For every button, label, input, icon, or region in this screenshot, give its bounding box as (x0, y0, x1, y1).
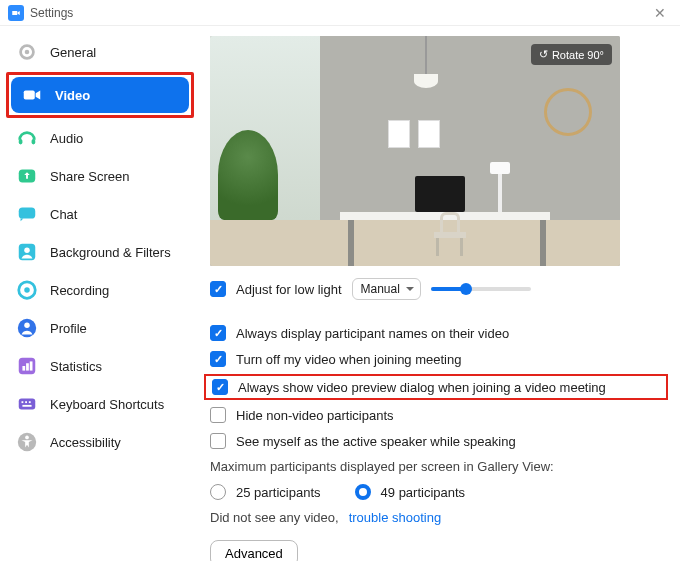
svg-rect-2 (24, 90, 35, 99)
sidebar-item-recording[interactable]: Recording (6, 272, 194, 308)
svg-point-23 (25, 436, 29, 440)
sidebar-item-video[interactable]: Video (11, 77, 189, 113)
hide-nonvideo-label: Hide non-video participants (236, 408, 394, 423)
titlebar: Settings ✕ (0, 0, 680, 26)
video-preview: ↺ Rotate 90° (210, 36, 620, 266)
sidebar-item-share-screen[interactable]: Share Screen (6, 158, 194, 194)
sidebar-item-label: Accessibility (50, 435, 121, 450)
sidebar-item-label: Statistics (50, 359, 102, 374)
svg-point-8 (24, 247, 30, 253)
background-icon (16, 241, 38, 263)
headphones-icon (16, 127, 38, 149)
keyboard-icon (16, 393, 38, 415)
svg-point-12 (24, 323, 30, 329)
svg-rect-19 (25, 401, 27, 403)
svg-rect-18 (22, 401, 24, 403)
sidebar-item-profile[interactable]: Profile (6, 310, 194, 346)
svg-rect-14 (22, 366, 25, 371)
sidebar-item-label: Recording (50, 283, 109, 298)
preview-dialog-label: Always show video preview dialog when jo… (238, 380, 606, 395)
adjust-low-light-label: Adjust for low light (236, 282, 342, 297)
troubleshooting-link[interactable]: trouble shooting (349, 510, 442, 525)
svg-point-10 (24, 287, 30, 293)
sidebar-item-label: Audio (50, 131, 83, 146)
sidebar-item-label: Keyboard Shortcuts (50, 397, 164, 412)
accessibility-icon (16, 431, 38, 453)
gallery-25-label: 25 participants (236, 485, 321, 500)
advanced-button[interactable]: Advanced (210, 540, 298, 561)
sidebar-item-statistics[interactable]: Statistics (6, 348, 194, 384)
adjust-low-light-checkbox[interactable] (210, 281, 226, 297)
gallery-49-label: 49 participants (381, 485, 466, 500)
statistics-icon (16, 355, 38, 377)
see-myself-active-label: See myself as the active speaker while s… (236, 434, 516, 449)
sidebar-item-label: General (50, 45, 96, 60)
hide-nonvideo-checkbox[interactable] (210, 407, 226, 423)
gallery-49-radio[interactable] (355, 484, 371, 500)
sidebar-item-label: Share Screen (50, 169, 130, 184)
rotate-button[interactable]: ↺ Rotate 90° (531, 44, 612, 65)
turn-off-video-checkbox[interactable] (210, 351, 226, 367)
highlight-preview-dialog: Always show video preview dialog when jo… (204, 374, 668, 400)
svg-rect-17 (19, 399, 36, 410)
rotate-icon: ↺ (539, 48, 548, 61)
chat-icon (16, 203, 38, 225)
content-pane: ↺ Rotate 90° Adjust for low light Manual… (200, 26, 680, 561)
close-button[interactable]: ✕ (648, 5, 672, 21)
preview-dialog-checkbox[interactable] (212, 379, 228, 395)
no-video-text: Did not see any video, (210, 510, 339, 525)
app-icon (8, 5, 24, 21)
svg-rect-3 (19, 139, 23, 145)
gallery-25-radio[interactable] (210, 484, 226, 500)
sidebar-item-keyboard-shortcuts[interactable]: Keyboard Shortcuts (6, 386, 194, 422)
video-icon (21, 84, 43, 106)
svg-rect-6 (19, 208, 36, 219)
gallery-label: Maximum participants displayed per scree… (210, 459, 554, 474)
share-screen-icon (16, 165, 38, 187)
sidebar-item-label: Background & Filters (50, 245, 171, 260)
svg-rect-4 (32, 139, 36, 145)
svg-point-1 (25, 50, 30, 55)
sidebar-item-background-filters[interactable]: Background & Filters (6, 234, 194, 270)
turn-off-video-label: Turn off my video when joining meeting (236, 352, 461, 367)
sidebar-item-label: Chat (50, 207, 77, 222)
svg-rect-20 (29, 401, 31, 403)
sidebar: General Video Audio Share Screen Chat Ba… (0, 26, 200, 561)
display-names-label: Always display participant names on thei… (236, 326, 509, 341)
svg-rect-16 (30, 361, 33, 370)
display-names-checkbox[interactable] (210, 325, 226, 341)
svg-rect-21 (22, 405, 31, 407)
see-myself-active-checkbox[interactable] (210, 433, 226, 449)
profile-icon (16, 317, 38, 339)
sidebar-item-accessibility[interactable]: Accessibility (6, 424, 194, 460)
sidebar-item-audio[interactable]: Audio (6, 120, 194, 156)
sidebar-item-label: Video (55, 88, 90, 103)
rotate-label: Rotate 90° (552, 49, 604, 61)
low-light-mode-select[interactable]: Manual (352, 278, 421, 300)
sidebar-item-general[interactable]: General (6, 34, 194, 70)
window-title: Settings (30, 6, 648, 20)
sidebar-item-chat[interactable]: Chat (6, 196, 194, 232)
gear-icon (16, 41, 38, 63)
svg-rect-15 (26, 363, 29, 370)
highlight-video-tab: Video (6, 72, 194, 118)
recording-icon (16, 279, 38, 301)
sidebar-item-label: Profile (50, 321, 87, 336)
low-light-slider[interactable] (431, 287, 531, 291)
